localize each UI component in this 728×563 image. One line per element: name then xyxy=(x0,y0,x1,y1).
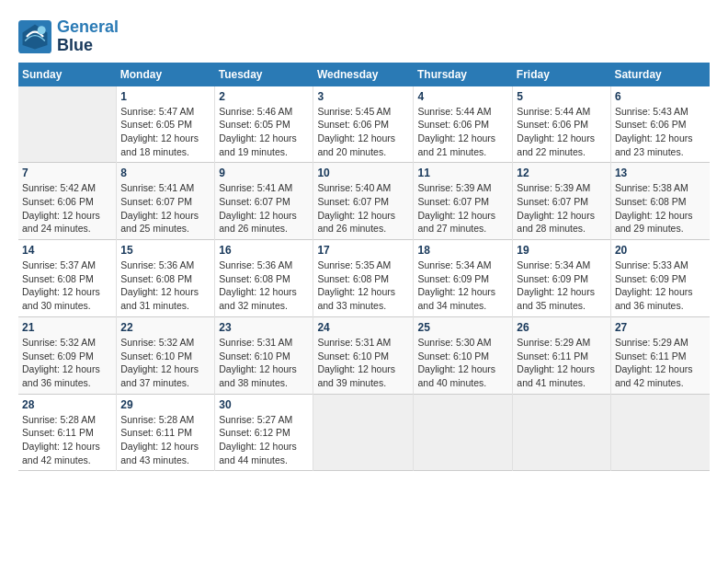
column-header-monday: Monday xyxy=(117,63,215,86)
day-number: 20 xyxy=(615,244,706,257)
day-cell: 21Sunrise: 5:32 AMSunset: 6:09 PMDayligh… xyxy=(18,316,117,394)
day-info: Sunrise: 5:36 AMSunset: 6:08 PMDaylight:… xyxy=(219,259,309,313)
day-info: Sunrise: 5:27 AMSunset: 6:12 PMDaylight:… xyxy=(219,413,309,467)
day-number: 19 xyxy=(517,244,607,257)
day-info: Sunrise: 5:31 AMSunset: 6:10 PMDaylight:… xyxy=(219,336,309,390)
day-cell: 19Sunrise: 5:34 AMSunset: 6:09 PMDayligh… xyxy=(513,240,611,317)
week-row-2: 7Sunrise: 5:42 AMSunset: 6:06 PMDaylight… xyxy=(18,163,710,240)
day-cell: 4Sunrise: 5:44 AMSunset: 6:06 PMDaylight… xyxy=(414,86,513,163)
day-number: 8 xyxy=(120,167,210,179)
logo-icon xyxy=(18,20,51,53)
day-number: 10 xyxy=(317,167,409,179)
week-row-4: 21Sunrise: 5:32 AMSunset: 6:09 PMDayligh… xyxy=(18,316,710,394)
day-number: 4 xyxy=(417,90,508,103)
logo-text: General Blue xyxy=(57,18,119,55)
day-cell: 29Sunrise: 5:28 AMSunset: 6:11 PMDayligh… xyxy=(117,394,215,471)
day-cell: 15Sunrise: 5:36 AMSunset: 6:08 PMDayligh… xyxy=(117,240,215,317)
day-number: 2 xyxy=(219,90,309,103)
column-header-wednesday: Wednesday xyxy=(313,63,414,86)
day-info: Sunrise: 5:29 AMSunset: 6:11 PMDaylight:… xyxy=(615,336,706,390)
day-info: Sunrise: 5:32 AMSunset: 6:10 PMDaylight:… xyxy=(120,336,210,390)
day-cell: 26Sunrise: 5:29 AMSunset: 6:11 PMDayligh… xyxy=(513,316,611,394)
day-cell: 11Sunrise: 5:39 AMSunset: 6:07 PMDayligh… xyxy=(414,163,513,240)
day-number: 28 xyxy=(22,398,112,411)
day-info: Sunrise: 5:35 AMSunset: 6:08 PMDaylight:… xyxy=(317,259,409,313)
column-header-sunday: Sunday xyxy=(18,63,117,86)
day-cell: 30Sunrise: 5:27 AMSunset: 6:12 PMDayligh… xyxy=(215,394,313,471)
column-header-tuesday: Tuesday xyxy=(215,63,313,86)
day-number: 24 xyxy=(317,321,409,334)
day-number: 26 xyxy=(517,321,607,334)
day-cell: 17Sunrise: 5:35 AMSunset: 6:08 PMDayligh… xyxy=(313,240,414,317)
day-cell: 24Sunrise: 5:31 AMSunset: 6:10 PMDayligh… xyxy=(313,316,414,394)
day-info: Sunrise: 5:34 AMSunset: 6:09 PMDaylight:… xyxy=(417,259,508,313)
day-number: 17 xyxy=(317,244,409,257)
day-cell: 27Sunrise: 5:29 AMSunset: 6:11 PMDayligh… xyxy=(610,316,710,394)
day-number: 25 xyxy=(417,321,508,334)
day-info: Sunrise: 5:32 AMSunset: 6:09 PMDaylight:… xyxy=(22,336,112,390)
column-header-saturday: Saturday xyxy=(610,63,710,86)
day-cell xyxy=(313,394,414,471)
day-number: 5 xyxy=(517,90,607,103)
day-number: 1 xyxy=(120,90,210,103)
day-info: Sunrise: 5:28 AMSunset: 6:11 PMDaylight:… xyxy=(22,413,112,467)
day-cell: 1Sunrise: 5:47 AMSunset: 6:05 PMDaylight… xyxy=(117,86,215,163)
day-info: Sunrise: 5:41 AMSunset: 6:07 PMDaylight:… xyxy=(219,181,309,236)
day-info: Sunrise: 5:44 AMSunset: 6:06 PMDaylight:… xyxy=(517,105,607,159)
day-info: Sunrise: 5:42 AMSunset: 6:06 PMDaylight:… xyxy=(22,181,112,236)
day-cell: 22Sunrise: 5:32 AMSunset: 6:10 PMDayligh… xyxy=(117,316,215,394)
day-cell: 5Sunrise: 5:44 AMSunset: 6:06 PMDaylight… xyxy=(513,86,611,163)
column-header-thursday: Thursday xyxy=(414,63,513,86)
day-cell: 20Sunrise: 5:33 AMSunset: 6:09 PMDayligh… xyxy=(610,240,710,317)
day-number: 9 xyxy=(219,167,309,179)
day-info: Sunrise: 5:29 AMSunset: 6:11 PMDaylight:… xyxy=(517,336,607,390)
day-number: 12 xyxy=(517,167,607,179)
day-info: Sunrise: 5:40 AMSunset: 6:07 PMDaylight:… xyxy=(317,181,409,236)
day-cell: 2Sunrise: 5:46 AMSunset: 6:05 PMDaylight… xyxy=(215,86,313,163)
day-info: Sunrise: 5:39 AMSunset: 6:07 PMDaylight:… xyxy=(417,181,508,236)
day-info: Sunrise: 5:34 AMSunset: 6:09 PMDaylight:… xyxy=(517,259,607,313)
column-header-friday: Friday xyxy=(513,63,611,86)
week-row-3: 14Sunrise: 5:37 AMSunset: 6:08 PMDayligh… xyxy=(18,240,710,317)
day-cell xyxy=(513,394,611,471)
day-info: Sunrise: 5:41 AMSunset: 6:07 PMDaylight:… xyxy=(120,181,210,236)
day-number: 18 xyxy=(417,244,508,257)
day-info: Sunrise: 5:46 AMSunset: 6:05 PMDaylight:… xyxy=(219,105,309,159)
day-info: Sunrise: 5:47 AMSunset: 6:05 PMDaylight:… xyxy=(120,105,210,159)
day-cell xyxy=(414,394,513,471)
svg-point-2 xyxy=(38,26,46,34)
day-number: 21 xyxy=(22,321,112,334)
day-number: 13 xyxy=(615,167,706,179)
day-cell: 23Sunrise: 5:31 AMSunset: 6:10 PMDayligh… xyxy=(215,316,313,394)
day-number: 11 xyxy=(417,167,508,179)
week-row-1: 1Sunrise: 5:47 AMSunset: 6:05 PMDaylight… xyxy=(18,86,710,163)
day-number: 23 xyxy=(219,321,309,334)
day-cell: 18Sunrise: 5:34 AMSunset: 6:09 PMDayligh… xyxy=(414,240,513,317)
calendar-table: SundayMondayTuesdayWednesdayThursdayFrid… xyxy=(18,63,710,472)
day-cell: 7Sunrise: 5:42 AMSunset: 6:06 PMDaylight… xyxy=(18,163,117,240)
logo: General Blue xyxy=(18,18,119,55)
day-number: 22 xyxy=(120,321,210,334)
day-cell: 6Sunrise: 5:43 AMSunset: 6:06 PMDaylight… xyxy=(610,86,710,163)
day-info: Sunrise: 5:28 AMSunset: 6:11 PMDaylight:… xyxy=(120,413,210,467)
day-number: 27 xyxy=(615,321,706,334)
day-cell: 10Sunrise: 5:40 AMSunset: 6:07 PMDayligh… xyxy=(313,163,414,240)
day-info: Sunrise: 5:38 AMSunset: 6:08 PMDaylight:… xyxy=(615,181,706,236)
day-info: Sunrise: 5:44 AMSunset: 6:06 PMDaylight:… xyxy=(417,105,508,159)
day-number: 6 xyxy=(615,90,706,103)
day-info: Sunrise: 5:45 AMSunset: 6:06 PMDaylight:… xyxy=(317,105,409,159)
day-cell xyxy=(610,394,710,471)
day-info: Sunrise: 5:31 AMSunset: 6:10 PMDaylight:… xyxy=(317,336,409,390)
week-row-5: 28Sunrise: 5:28 AMSunset: 6:11 PMDayligh… xyxy=(18,394,710,471)
day-number: 15 xyxy=(120,244,210,257)
day-cell: 9Sunrise: 5:41 AMSunset: 6:07 PMDaylight… xyxy=(215,163,313,240)
day-cell: 8Sunrise: 5:41 AMSunset: 6:07 PMDaylight… xyxy=(117,163,215,240)
page-header: General Blue xyxy=(18,18,710,55)
day-cell: 3Sunrise: 5:45 AMSunset: 6:06 PMDaylight… xyxy=(313,86,414,163)
day-info: Sunrise: 5:36 AMSunset: 6:08 PMDaylight:… xyxy=(120,259,210,313)
day-cell: 12Sunrise: 5:39 AMSunset: 6:07 PMDayligh… xyxy=(513,163,611,240)
day-number: 16 xyxy=(219,244,309,257)
day-cell: 25Sunrise: 5:30 AMSunset: 6:10 PMDayligh… xyxy=(414,316,513,394)
day-info: Sunrise: 5:33 AMSunset: 6:09 PMDaylight:… xyxy=(615,259,706,313)
day-info: Sunrise: 5:39 AMSunset: 6:07 PMDaylight:… xyxy=(517,181,607,236)
